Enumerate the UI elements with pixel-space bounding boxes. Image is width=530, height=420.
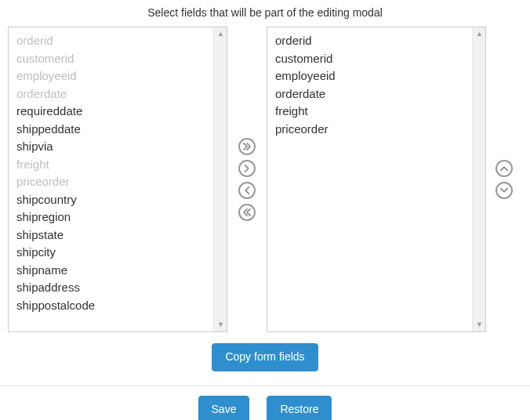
available-field-item[interactable]: shipvia (16, 138, 219, 156)
selected-field-item[interactable]: customerid (275, 50, 477, 68)
available-field-item[interactable]: shipaddress (16, 279, 219, 297)
scrollbar[interactable]: ▲ ▼ (472, 27, 485, 331)
available-field-item: employeeid (16, 67, 219, 85)
selected-field-item[interactable]: priceorder (275, 121, 477, 139)
add-all-button[interactable] (238, 138, 256, 155)
available-field-item: orderdate (16, 85, 219, 103)
available-field-item: customerid (16, 50, 219, 68)
chevron-up-icon (499, 163, 510, 174)
selected-field-item[interactable]: freight (275, 103, 477, 121)
available-field-item[interactable]: shippostalcode (16, 297, 219, 315)
scrollbar[interactable]: ▲ ▼ (213, 27, 227, 331)
scroll-down-icon[interactable]: ▼ (214, 318, 227, 331)
copy-form-fields-button[interactable]: Copy form fields (212, 343, 318, 371)
add-button[interactable] (238, 160, 256, 177)
available-field-item[interactable]: requireddate (16, 103, 219, 121)
scroll-down-icon[interactable]: ▼ (473, 318, 486, 331)
selected-field-item[interactable]: employeeid (275, 67, 477, 85)
page-title: Select fields that will be part of the e… (8, 6, 522, 19)
available-field-item[interactable]: shipstate (16, 226, 219, 244)
selected-fields-list[interactable]: orderidcustomeridemployeeidorderdatefrei… (267, 27, 486, 332)
divider (0, 386, 530, 386)
restore-button[interactable]: Restore (267, 396, 332, 420)
dual-list-picker: orderidcustomeridemployeeidorderdaterequ… (8, 27, 522, 332)
remove-button[interactable] (238, 182, 256, 199)
available-fields-list[interactable]: orderidcustomeridemployeeidorderdaterequ… (8, 27, 227, 332)
scroll-up-icon[interactable]: ▲ (214, 27, 227, 41)
transfer-controls (235, 138, 259, 221)
double-chevron-left-icon (241, 207, 252, 218)
chevron-down-icon (499, 185, 510, 196)
move-down-button[interactable] (496, 182, 513, 199)
available-field-item[interactable]: shipname (16, 262, 219, 280)
available-field-item[interactable]: shipcountry (16, 191, 219, 209)
available-field-item[interactable]: shipcity (16, 244, 219, 262)
available-field-item: priceorder (16, 173, 219, 191)
selected-field-item[interactable]: orderdate (275, 85, 477, 103)
available-field-item: orderid (16, 32, 219, 50)
available-field-item[interactable]: shippeddate (16, 121, 219, 139)
chevron-right-icon (241, 163, 252, 174)
save-button[interactable]: Save (198, 396, 250, 420)
order-controls (494, 160, 514, 199)
chevron-left-icon (241, 185, 252, 196)
remove-all-button[interactable] (238, 204, 256, 221)
available-field-item[interactable]: shipregion (16, 208, 219, 226)
double-chevron-right-icon (241, 141, 252, 152)
selected-field-item[interactable]: orderid (275, 32, 477, 50)
scroll-up-icon[interactable]: ▲ (473, 27, 486, 41)
available-field-item: freight (16, 156, 219, 174)
move-up-button[interactable] (496, 160, 513, 177)
